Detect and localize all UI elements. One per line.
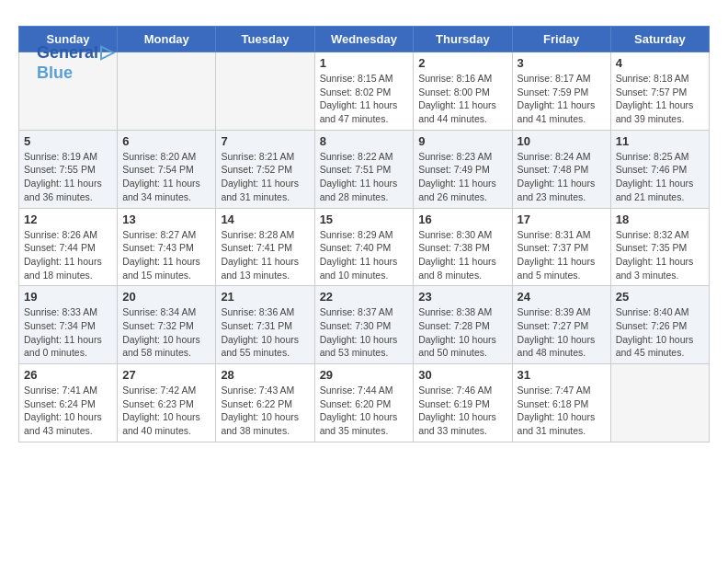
calendar-cell bbox=[216, 52, 314, 131]
day-info: Sunrise: 8:36 AM Sunset: 7:31 PM Dayligh… bbox=[221, 305, 309, 360]
day-info: Sunrise: 8:29 AM Sunset: 7:40 PM Dayligh… bbox=[320, 228, 409, 282]
day-number: 26 bbox=[24, 368, 112, 382]
calendar-cell: 14Sunrise: 8:28 AM Sunset: 7:41 PM Dayli… bbox=[216, 208, 314, 286]
day-info: Sunrise: 8:23 AM Sunset: 7:49 PM Dayligh… bbox=[418, 150, 506, 204]
day-info: Sunrise: 8:32 AM Sunset: 7:35 PM Dayligh… bbox=[616, 228, 704, 282]
day-number: 14 bbox=[221, 213, 309, 226]
calendar-cell: 25Sunrise: 8:40 AM Sunset: 7:26 PM Dayli… bbox=[610, 286, 709, 364]
week-row-5: 26Sunrise: 7:41 AM Sunset: 6:24 PM Dayli… bbox=[19, 364, 710, 442]
calendar-cell: 22Sunrise: 8:37 AM Sunset: 7:30 PM Dayli… bbox=[314, 286, 414, 364]
calendar-cell: 29Sunrise: 7:44 AM Sunset: 6:20 PM Dayli… bbox=[314, 364, 414, 442]
weekday-header-tuesday: Tuesday bbox=[216, 27, 314, 52]
weekday-header-saturday: Saturday bbox=[610, 27, 709, 52]
day-number: 7 bbox=[221, 134, 309, 148]
weekday-header-thursday: Thursday bbox=[414, 27, 512, 52]
day-number: 24 bbox=[518, 290, 606, 304]
day-number: 17 bbox=[518, 213, 606, 226]
calendar-cell: 24Sunrise: 8:39 AM Sunset: 7:27 PM Dayli… bbox=[512, 286, 610, 364]
calendar-cell: 6Sunrise: 8:20 AM Sunset: 7:54 PM Daylig… bbox=[118, 130, 216, 208]
calendar-cell: 21Sunrise: 8:36 AM Sunset: 7:31 PM Dayli… bbox=[216, 286, 314, 364]
day-info: Sunrise: 7:42 AM Sunset: 6:23 PM Dayligh… bbox=[122, 384, 210, 438]
day-info: Sunrise: 8:31 AM Sunset: 7:37 PM Dayligh… bbox=[518, 228, 606, 282]
week-row-3: 12Sunrise: 8:26 AM Sunset: 7:44 PM Dayli… bbox=[19, 208, 710, 286]
calendar-cell bbox=[610, 364, 709, 442]
day-info: Sunrise: 8:27 AM Sunset: 7:43 PM Dayligh… bbox=[122, 228, 210, 282]
day-info: Sunrise: 7:44 AM Sunset: 6:20 PM Dayligh… bbox=[320, 384, 409, 438]
calendar-cell: 4Sunrise: 8:18 AM Sunset: 7:57 PM Daylig… bbox=[610, 52, 709, 131]
day-info: Sunrise: 7:46 AM Sunset: 6:19 PM Dayligh… bbox=[418, 384, 506, 438]
calendar-cell: 19Sunrise: 8:33 AM Sunset: 7:34 PM Dayli… bbox=[19, 286, 118, 364]
calendar-cell: 1Sunrise: 8:15 AM Sunset: 8:02 PM Daylig… bbox=[314, 52, 414, 131]
day-info: Sunrise: 8:17 AM Sunset: 7:59 PM Dayligh… bbox=[518, 72, 606, 126]
day-info: Sunrise: 8:25 AM Sunset: 7:46 PM Dayligh… bbox=[616, 150, 704, 204]
calendar-cell: 7Sunrise: 8:21 AM Sunset: 7:52 PM Daylig… bbox=[216, 130, 314, 208]
calendar-cell: 2Sunrise: 8:16 AM Sunset: 8:00 PM Daylig… bbox=[414, 52, 512, 131]
day-number: 12 bbox=[24, 213, 112, 226]
calendar-cell bbox=[118, 52, 216, 131]
day-number: 30 bbox=[418, 368, 506, 382]
calendar-cell: 11Sunrise: 8:25 AM Sunset: 7:46 PM Dayli… bbox=[610, 130, 709, 208]
logo-blue: Blue bbox=[37, 63, 114, 84]
day-number: 6 bbox=[122, 134, 210, 148]
day-info: Sunrise: 8:18 AM Sunset: 7:57 PM Dayligh… bbox=[616, 72, 704, 126]
day-info: Sunrise: 8:24 AM Sunset: 7:48 PM Dayligh… bbox=[518, 150, 606, 204]
calendar-cell: 16Sunrise: 8:30 AM Sunset: 7:38 PM Dayli… bbox=[414, 208, 512, 286]
day-number: 2 bbox=[418, 56, 506, 70]
calendar-cell: 26Sunrise: 7:41 AM Sunset: 6:24 PM Dayli… bbox=[19, 364, 118, 442]
day-number: 21 bbox=[221, 290, 309, 304]
week-row-4: 19Sunrise: 8:33 AM Sunset: 7:34 PM Dayli… bbox=[19, 286, 710, 364]
day-number: 25 bbox=[616, 290, 704, 304]
calendar-cell: 31Sunrise: 7:47 AM Sunset: 6:18 PM Dayli… bbox=[512, 364, 610, 442]
calendar-table: SundayMondayTuesdayWednesdayThursdayFrid… bbox=[18, 26, 710, 442]
day-info: Sunrise: 8:30 AM Sunset: 7:38 PM Dayligh… bbox=[418, 228, 506, 282]
day-info: Sunrise: 8:16 AM Sunset: 8:00 PM Dayligh… bbox=[418, 72, 506, 126]
calendar-cell: 27Sunrise: 7:42 AM Sunset: 6:23 PM Dayli… bbox=[118, 364, 216, 442]
week-row-1: 1Sunrise: 8:15 AM Sunset: 8:02 PM Daylig… bbox=[19, 52, 710, 131]
calendar-cell: 10Sunrise: 8:24 AM Sunset: 7:48 PM Dayli… bbox=[512, 130, 610, 208]
day-number: 11 bbox=[616, 134, 704, 148]
weekday-header-row: SundayMondayTuesdayWednesdayThursdayFrid… bbox=[19, 27, 710, 52]
calendar-cell: 15Sunrise: 8:29 AM Sunset: 7:40 PM Dayli… bbox=[314, 208, 414, 286]
day-number: 27 bbox=[122, 368, 210, 382]
day-info: Sunrise: 8:33 AM Sunset: 7:34 PM Dayligh… bbox=[24, 305, 112, 360]
calendar-cell: 5Sunrise: 8:19 AM Sunset: 7:55 PM Daylig… bbox=[19, 130, 118, 208]
day-info: Sunrise: 8:26 AM Sunset: 7:44 PM Dayligh… bbox=[24, 228, 112, 282]
day-info: Sunrise: 8:38 AM Sunset: 7:28 PM Dayligh… bbox=[418, 305, 506, 360]
day-info: Sunrise: 7:47 AM Sunset: 6:18 PM Dayligh… bbox=[518, 384, 606, 438]
calendar-cell: 3Sunrise: 8:17 AM Sunset: 7:59 PM Daylig… bbox=[512, 52, 610, 131]
day-number: 13 bbox=[122, 213, 210, 226]
calendar-cell: 8Sunrise: 8:22 AM Sunset: 7:51 PM Daylig… bbox=[314, 130, 414, 208]
calendar-cell: 17Sunrise: 8:31 AM Sunset: 7:37 PM Dayli… bbox=[512, 208, 610, 286]
day-info: Sunrise: 8:21 AM Sunset: 7:52 PM Dayligh… bbox=[221, 150, 309, 204]
day-number: 19 bbox=[24, 290, 112, 304]
day-info: Sunrise: 8:39 AM Sunset: 7:27 PM Dayligh… bbox=[518, 305, 606, 360]
day-info: Sunrise: 8:40 AM Sunset: 7:26 PM Dayligh… bbox=[616, 305, 704, 360]
day-number: 29 bbox=[320, 368, 409, 382]
calendar-cell: 30Sunrise: 7:46 AM Sunset: 6:19 PM Dayli… bbox=[414, 364, 512, 442]
calendar-cell: 28Sunrise: 7:43 AM Sunset: 6:22 PM Dayli… bbox=[216, 364, 314, 442]
day-number: 28 bbox=[221, 368, 309, 382]
day-number: 15 bbox=[320, 213, 409, 226]
day-number: 31 bbox=[518, 368, 606, 382]
calendar-cell: 23Sunrise: 8:38 AM Sunset: 7:28 PM Dayli… bbox=[414, 286, 512, 364]
day-number: 8 bbox=[320, 134, 409, 148]
day-number: 5 bbox=[24, 134, 112, 148]
day-info: Sunrise: 8:22 AM Sunset: 7:51 PM Dayligh… bbox=[320, 150, 409, 204]
weekday-header-friday: Friday bbox=[512, 27, 610, 52]
day-info: Sunrise: 8:28 AM Sunset: 7:41 PM Dayligh… bbox=[221, 228, 309, 282]
weekday-header-monday: Monday bbox=[118, 27, 216, 52]
day-info: Sunrise: 7:41 AM Sunset: 6:24 PM Dayligh… bbox=[24, 384, 112, 438]
day-number: 20 bbox=[122, 290, 210, 304]
day-info: Sunrise: 8:15 AM Sunset: 8:02 PM Dayligh… bbox=[320, 72, 409, 126]
day-info: Sunrise: 8:34 AM Sunset: 7:32 PM Dayligh… bbox=[122, 305, 210, 360]
day-number: 1 bbox=[320, 56, 409, 70]
calendar-cell: 12Sunrise: 8:26 AM Sunset: 7:44 PM Dayli… bbox=[19, 208, 118, 286]
day-info: Sunrise: 8:20 AM Sunset: 7:54 PM Dayligh… bbox=[122, 150, 210, 204]
calendar-cell: 18Sunrise: 8:32 AM Sunset: 7:35 PM Dayli… bbox=[610, 208, 709, 286]
day-number: 10 bbox=[518, 134, 606, 148]
day-number: 23 bbox=[418, 290, 506, 304]
day-number: 16 bbox=[418, 213, 506, 226]
week-row-2: 5Sunrise: 8:19 AM Sunset: 7:55 PM Daylig… bbox=[19, 130, 710, 208]
day-info: Sunrise: 8:37 AM Sunset: 7:30 PM Dayligh… bbox=[320, 305, 409, 360]
day-number: 18 bbox=[616, 213, 704, 226]
